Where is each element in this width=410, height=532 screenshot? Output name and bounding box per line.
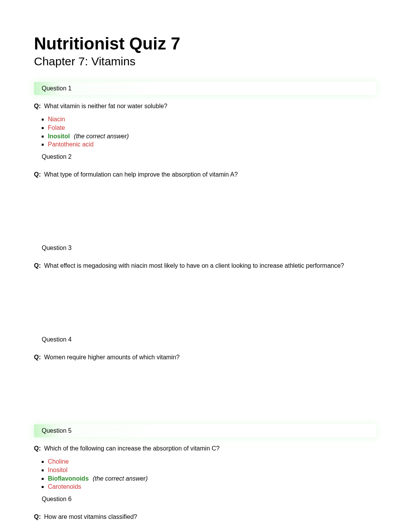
question-block: Question 4Q: Women require higher amount… [34, 333, 376, 424]
answer-spacer [34, 366, 376, 424]
answer-spacer [34, 184, 376, 241]
question-prefix: Q: [34, 103, 41, 109]
answer-item: Pantothenic acid [48, 140, 376, 149]
correct-hint: (the correct answer) [74, 133, 129, 139]
question-header: Question 4 [34, 333, 376, 346]
answer-correct: Bioflavonoids [48, 475, 89, 482]
question-block: Question 1Q: What vitamin is neither fat… [34, 82, 376, 149]
answer-item: Inositol [48, 466, 376, 474]
question-header: Question 5 [34, 424, 376, 437]
question-block: Question 5Q: Which of the following can … [34, 424, 376, 491]
page-title: Nutritionist Quiz 7 [34, 34, 376, 53]
question-text: Women require higher amounts of which vi… [42, 354, 180, 360]
question-prefix: Q: [34, 354, 41, 360]
question-block: Question 6Q: How are most vitamins class… [34, 493, 376, 532]
question-text: What effect is megadosing with niacin mo… [42, 262, 344, 269]
question-prefix: Q: [34, 171, 41, 178]
answer-item: Choline [48, 457, 376, 466]
answer-incorrect: Pantothenic acid [48, 141, 93, 148]
question-header: Question 6 [34, 493, 376, 506]
answer-incorrect: Choline [48, 458, 69, 465]
question-text: What type of formulation can help improv… [42, 171, 238, 178]
question-prompt: Q: How are most vitamins classified? [34, 513, 376, 521]
question-prompt: Q: What vitamin is neither fat nor water… [34, 102, 376, 110]
question-prompt: Q: What type of formulation can help imp… [34, 170, 376, 179]
answer-incorrect: Folate [48, 124, 65, 131]
correct-hint: (the correct answer) [93, 475, 147, 482]
answer-correct: Inositol [48, 133, 70, 139]
answer-item: Carotenoids [48, 483, 376, 491]
answer-item: Inositol (the correct answer) [48, 132, 376, 141]
answer-list: NiacinFolateInositol (the correct answer… [34, 115, 376, 148]
answer-item: Niacin [48, 115, 376, 124]
questions-container: Question 1Q: What vitamin is neither fat… [34, 82, 376, 532]
question-text: Which of the following can increase the … [42, 445, 220, 452]
page-subtitle: Chapter 7: Vitamins [34, 55, 376, 68]
question-prefix: Q: [34, 513, 41, 520]
answer-incorrect: Carotenoids [48, 483, 81, 490]
answer-item: Bioflavonoids (the correct answer) [48, 474, 376, 483]
question-prompt: Q: What effect is megadosing with niacin… [34, 262, 376, 270]
question-prompt: Q: Women require higher amounts of which… [34, 353, 376, 362]
answer-spacer [34, 275, 376, 333]
question-header: Question 2 [34, 150, 376, 163]
answer-list: CholineInositolBioflavonoids (the correc… [34, 457, 376, 491]
question-prefix: Q: [34, 262, 41, 269]
question-header: Question 3 [34, 241, 376, 255]
question-prompt: Q: Which of the following can increase t… [34, 444, 376, 453]
question-prefix: Q: [34, 445, 41, 452]
answer-incorrect: Inositol [48, 467, 68, 473]
question-text: What vitamin is neither fat nor water so… [42, 103, 168, 109]
question-block: Question 3Q: What effect is megadosing w… [34, 241, 376, 333]
question-block: Question 2Q: What type of formulation ca… [34, 150, 376, 241]
answer-spacer [34, 526, 376, 532]
answer-item: Folate [48, 124, 376, 132]
question-header: Question 1 [34, 82, 376, 95]
answer-incorrect: Niacin [48, 116, 65, 122]
question-text: How are most vitamins classified? [42, 513, 137, 520]
